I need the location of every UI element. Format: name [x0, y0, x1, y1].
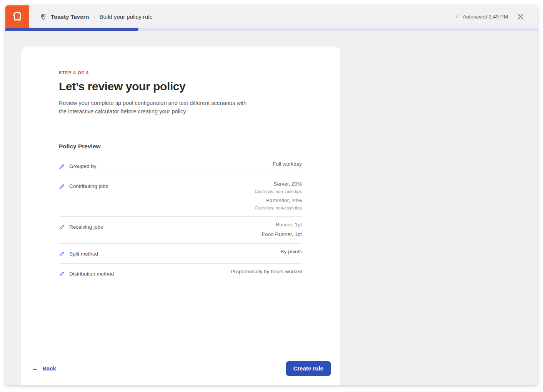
row-label: Distribution method [69, 271, 114, 277]
review-description: Review your complete tip pool configurat… [59, 99, 251, 116]
progress-bar-track [5, 28, 538, 31]
page-title: Build your policy rule [99, 13, 152, 20]
row-value: Full workday [273, 161, 302, 167]
app-window: Toasty Tavern · Build your policy rule ✓… [5, 5, 538, 385]
toast-bread-icon [10, 10, 24, 23]
back-button[interactable]: ← Back [32, 365, 56, 372]
row-value: Food Runner, 1pt [262, 231, 302, 237]
page-content: STEP 4 OF 4 Let’s review your policy Rev… [5, 31, 538, 385]
create-rule-button[interactable]: Create rule [286, 361, 331, 376]
policy-row-split-method: Split method By points [59, 244, 302, 264]
policy-preview-list: Grouped by Full workday [59, 156, 302, 283]
autosave-check-icon: ✓ [455, 13, 460, 20]
back-label: Back [42, 365, 56, 372]
back-arrow-icon: ← [32, 365, 38, 372]
row-value: Busser, 1pt [262, 222, 302, 228]
autosave-status: Autosaved 2:49 PM [463, 14, 508, 20]
policy-preview-heading: Policy Preview [59, 143, 302, 150]
policy-row-distribution-method: Distribution method Proportionally by ho… [59, 264, 302, 283]
progress-bar-fill [5, 28, 138, 31]
breadcrumb: Toasty Tavern · Build your policy rule [40, 13, 153, 20]
row-value: Proportionally by hours worked [231, 269, 302, 274]
restaurant-name: Toasty Tavern [51, 13, 89, 20]
row-value-detail: Cash tips, non-cash tips [255, 189, 302, 194]
row-label: Receiving jobs [69, 224, 103, 230]
policy-row-contributing-jobs: Contributing jobs Server, 20% Cash tips,… [59, 176, 302, 217]
location-pin-icon [40, 13, 47, 20]
row-value: Bartender, 20% [255, 198, 302, 203]
row-value-detail: Cash tips, non-cash tips [255, 206, 302, 210]
row-value: Server, 20% [255, 181, 302, 187]
edit-pencil-icon[interactable] [59, 251, 65, 257]
review-card: STEP 4 OF 4 Let’s review your policy Rev… [21, 47, 340, 385]
policy-row-grouped-by: Grouped by Full workday [59, 156, 302, 176]
row-label: Contributing jobs [69, 183, 108, 189]
edit-pencil-icon[interactable] [59, 164, 65, 169]
top-header: Toasty Tavern · Build your policy rule ✓… [5, 5, 538, 28]
step-indicator: STEP 4 OF 4 [59, 70, 302, 75]
header-right: ✓ Autosaved 2:49 PM [455, 13, 538, 20]
wizard-footer: ← Back Create rule [21, 351, 340, 385]
review-title: Let’s review your policy [59, 80, 302, 93]
edit-pencil-icon[interactable] [59, 224, 65, 230]
row-label: Grouped by [69, 163, 97, 169]
close-icon[interactable] [517, 13, 524, 20]
toast-logo [5, 5, 29, 28]
row-value: By points [280, 249, 302, 254]
breadcrumb-separator: · [93, 13, 95, 20]
policy-row-receiving-jobs: Receiving jobs Busser, 1pt Food Runner, … [59, 217, 302, 244]
edit-pencil-icon[interactable] [59, 184, 65, 189]
row-label: Split method [69, 251, 98, 257]
edit-pencil-icon[interactable] [59, 271, 65, 277]
